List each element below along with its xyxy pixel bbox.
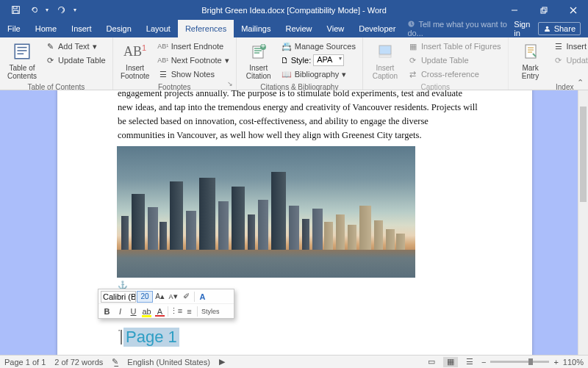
- tab-design[interactable]: Design: [99, 20, 139, 37]
- close-icon[interactable]: [559, 0, 588, 20]
- dialog-launcher-icon[interactable]: ↘: [227, 80, 234, 87]
- tab-file[interactable]: File: [0, 20, 28, 37]
- tab-insert[interactable]: Insert: [64, 20, 99, 37]
- tell-me-search[interactable]: Tell me what you want to do...: [407, 20, 514, 37]
- macro-icon[interactable]: ▶: [219, 357, 225, 367]
- restore-icon[interactable]: [529, 0, 559, 20]
- mini-font-size[interactable]: 20: [137, 291, 153, 303]
- ribbon: Table of Contents ✎Add Text ▾ ⟳Update Ta…: [0, 37, 588, 90]
- update-toc-button[interactable]: ⟳Update Table: [43, 54, 108, 67]
- format-painter-icon[interactable]: ✐: [180, 290, 193, 303]
- font-color-icon[interactable]: A: [154, 305, 166, 317]
- tab-review[interactable]: Review: [279, 20, 320, 37]
- mini-font-dropdown[interactable]: Calibri (B▾: [101, 291, 136, 303]
- language-indicator[interactable]: English (United States): [127, 358, 210, 367]
- tab-mailings[interactable]: Mailings: [234, 20, 278, 37]
- tab-developer[interactable]: Developer: [351, 20, 403, 37]
- word-count[interactable]: 2 of 72 words: [54, 358, 103, 367]
- style-dropdown[interactable]: APA: [313, 54, 344, 66]
- insert-footnote-button[interactable]: AB1 Insert Footnote: [116, 39, 154, 82]
- sign-in-link[interactable]: Sign in: [514, 20, 531, 37]
- next-footnote-button[interactable]: AB¹Next Footnote ▾: [156, 54, 232, 67]
- crossref-icon: ⇄: [408, 69, 418, 79]
- style-label: Style:: [291, 56, 312, 65]
- show-notes-button[interactable]: ☰Show Notes: [156, 68, 232, 81]
- zoom-in-icon[interactable]: +: [553, 358, 558, 367]
- document-title: Bright Green Idea.docx [Compatibility Mo…: [201, 6, 387, 15]
- group-toc: Table of Contents ✎Add Text ▾ ⟳Update Ta…: [0, 37, 113, 90]
- svg-point-8: [545, 26, 548, 28]
- zoom-slider[interactable]: [490, 361, 549, 363]
- insert-index-icon: ☰: [553, 41, 564, 51]
- numbering-icon[interactable]: ≡: [183, 305, 196, 317]
- bibliography-button[interactable]: 📖Bibliography ▾: [279, 68, 358, 81]
- window-controls: [500, 0, 588, 20]
- manage-sources-icon: 📇: [282, 41, 292, 51]
- shrink-font-icon[interactable]: A▾: [167, 290, 179, 303]
- bullets-icon[interactable]: ⋮≡: [170, 305, 182, 317]
- spellcheck-icon[interactable]: ✎̲: [112, 357, 118, 367]
- footer-page-number[interactable]: Page 1: [123, 328, 179, 347]
- minimize-icon[interactable]: [500, 0, 529, 20]
- menu-bar: File Home Insert Design Layout Reference…: [0, 20, 588, 37]
- endnote-icon: AB¹: [158, 41, 168, 51]
- qat-customize-icon[interactable]: ▾: [71, 2, 79, 18]
- text-cursor: [121, 330, 122, 344]
- status-bar: Page 1 of 1 2 of 72 words ✎̲ English (Un…: [0, 355, 588, 368]
- update-icon: ⟳: [553, 55, 564, 65]
- manage-sources-button[interactable]: 📇Manage Sources: [279, 40, 358, 53]
- read-mode-icon[interactable]: ▭: [424, 357, 439, 367]
- mark-entry-icon: [520, 40, 542, 62]
- mark-entry-button[interactable]: Mark Entry: [512, 39, 550, 82]
- collapse-ribbon-icon[interactable]: ⌃: [577, 78, 584, 87]
- save-icon[interactable]: [7, 2, 24, 18]
- qat-dropdown-icon[interactable]: ▾: [43, 2, 51, 18]
- style-icon: 🗋: [281, 56, 289, 65]
- document-image[interactable]: [117, 146, 415, 278]
- undo-icon[interactable]: [25, 2, 41, 18]
- grow-font-icon[interactable]: A▴: [154, 290, 166, 303]
- caption-icon: [374, 40, 396, 62]
- share-button[interactable]: Share: [538, 22, 581, 35]
- toc-icon: [11, 40, 33, 62]
- bold-icon[interactable]: B: [101, 305, 113, 317]
- update-figures-button[interactable]: ⟳Update Table: [406, 54, 503, 67]
- italic-icon[interactable]: I: [114, 305, 126, 317]
- zoom-out-icon[interactable]: −: [481, 358, 486, 367]
- insert-endnote-button[interactable]: AB¹Insert Endnote: [156, 40, 232, 53]
- tab-layout[interactable]: Layout: [139, 20, 178, 37]
- web-layout-icon[interactable]: ☰: [462, 357, 477, 367]
- insert-citation-button[interactable]: + Insert Citation: [240, 39, 278, 82]
- zoom-level[interactable]: 110%: [563, 358, 584, 367]
- update-index-button[interactable]: ⟳Update Index: [551, 54, 588, 67]
- cross-reference-button[interactable]: ⇄Cross-reference: [406, 68, 503, 81]
- print-layout-icon[interactable]: ▦: [443, 357, 458, 367]
- redo-icon[interactable]: [53, 2, 69, 18]
- update-icon: ⟳: [45, 55, 55, 65]
- insert-caption-button[interactable]: Insert Caption: [366, 39, 404, 82]
- group-index: Mark Entry ☰Insert Index ⟳Update Index I…: [509, 37, 588, 90]
- add-text-icon: ✎: [45, 41, 55, 51]
- vertical-scrollbar[interactable]: [578, 90, 588, 355]
- tab-references[interactable]: References: [178, 20, 234, 37]
- scroll-thumb[interactable]: [580, 107, 587, 202]
- underline-icon[interactable]: U: [127, 305, 140, 317]
- insert-index-button[interactable]: ☰Insert Index: [551, 40, 588, 53]
- page[interactable]: engagement projects annually. The purpos…: [57, 90, 532, 355]
- add-text-button[interactable]: ✎Add Text ▾: [43, 40, 108, 53]
- title-bar: ▾ ▾ Bright Green Idea.docx [Compatibilit…: [0, 0, 588, 20]
- styles-icon[interactable]: A: [196, 290, 209, 303]
- table-of-contents-button[interactable]: Table of Contents: [3, 39, 41, 82]
- mini-toolbar: Calibri (B▾ 20 A▴ A▾ ✐ A B I U ab A ⋮≡ ≡…: [98, 289, 234, 319]
- page-indicator[interactable]: Page 1 of 1: [4, 358, 46, 367]
- tab-home[interactable]: Home: [28, 20, 64, 37]
- highlight-icon[interactable]: ab: [140, 305, 153, 317]
- document-body-text[interactable]: engagement projects annually. The purpos…: [118, 90, 478, 142]
- svg-rect-9: [15, 44, 29, 59]
- table-of-figures-button[interactable]: ▦Insert Table of Figures: [406, 40, 503, 53]
- citation-icon: +: [248, 40, 270, 62]
- mini-styles-label[interactable]: Styles: [199, 308, 222, 315]
- tab-view[interactable]: View: [320, 20, 352, 37]
- svg-rect-4: [541, 9, 545, 13]
- svg-rect-2: [13, 10, 18, 13]
